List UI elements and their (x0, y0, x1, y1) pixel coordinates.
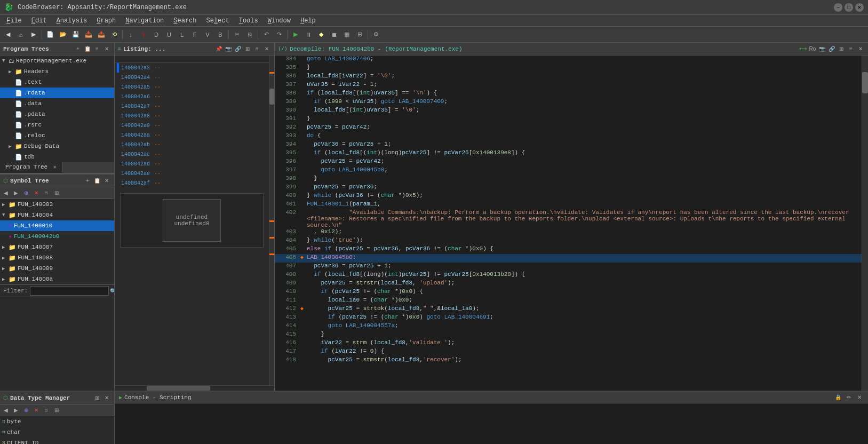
listing-hscrollbar[interactable] (115, 385, 274, 391)
analyze-button[interactable]: I (138, 29, 149, 41)
sym-fun1400042b0[interactable]: ⚡ FUN_1400042b0 (0, 231, 114, 242)
open-button[interactable]: 📂 (57, 29, 69, 41)
tool5[interactable]: L (176, 29, 188, 41)
debug5-button[interactable]: ▦ (341, 29, 353, 41)
dtm-byte[interactable]: ⌗ byte (0, 416, 114, 427)
code-lines[interactable]: 384 goto LAB_140007406; 385 } 386 local_… (275, 56, 862, 391)
listing-addr-6[interactable]: 1400042a9 ·· (115, 121, 269, 130)
listing-expand-btn[interactable]: ⊞ (243, 45, 252, 53)
menu-select[interactable]: Select (202, 16, 234, 26)
menu-window[interactable]: Window (264, 16, 295, 26)
menu-file[interactable]: File (2, 16, 26, 26)
cut-button[interactable]: ✂ (231, 29, 243, 41)
code-scrollbar[interactable] (862, 56, 868, 391)
dtm-ref-btn[interactable]: ⊞ (52, 406, 61, 415)
sym-import-btn[interactable]: ⊕ (21, 188, 31, 198)
symbol-tree-close[interactable]: ✕ (102, 177, 111, 185)
tab-program-tree-close[interactable]: ✕ (53, 164, 57, 170)
debug2-button[interactable]: ⏸ (302, 29, 314, 41)
tab-program-tree[interactable]: Program Tree ✕ (0, 162, 62, 173)
tree-rdata[interactable]: 📄 .rdata (0, 88, 114, 98)
dtm-import-btn[interactable]: ⊕ (21, 406, 31, 415)
listing-link-btn[interactable]: 🔗 (234, 45, 242, 53)
disasm-button[interactable]: ↓ (125, 29, 137, 41)
tree-pdata[interactable]: 📄 .pdata (0, 109, 114, 120)
filter-input[interactable] (30, 286, 109, 296)
menu-tools[interactable]: Tools (235, 16, 262, 26)
console-close-btn[interactable]: ✕ (855, 393, 864, 402)
symbol-tree-add[interactable]: + (83, 177, 92, 185)
decompile-link-btn[interactable]: 🔗 (827, 45, 836, 53)
decompile-export-btn[interactable]: ⟷ (799, 45, 807, 53)
redo-button[interactable]: ↷ (273, 29, 285, 41)
menu-graph[interactable]: Graph (92, 16, 120, 26)
listing-addr-0[interactable]: 1400042a3 ·· (115, 63, 269, 73)
decompile-snap-btn[interactable]: Ro (808, 45, 817, 53)
sym-fun14000a[interactable]: ▶ 📁 FUN_14000a (0, 274, 114, 284)
listing-cam-btn[interactable]: 📷 (224, 45, 233, 53)
sym-fun140009[interactable]: ▶ 📁 FUN_140009 (0, 263, 114, 274)
sym-back-btn[interactable]: ◀ (1, 188, 11, 198)
dtm-char[interactable]: ⌗ char (0, 427, 114, 438)
listing-lines[interactable]: 1400042a3 ·· 1400042a4 ·· 1400042a5 ·· 1… (115, 56, 269, 385)
tree-headers[interactable]: ▶ 📁 Headers (0, 66, 114, 77)
close-button[interactable]: ✕ (855, 3, 864, 12)
symbol-tree-collapse[interactable]: 📋 (93, 177, 101, 185)
debug4-button[interactable]: ⏹ (328, 29, 340, 41)
listing-addr-11[interactable]: 1400042ae ·· (115, 169, 269, 178)
dtm-expand-btn[interactable]: ⊞ (93, 394, 101, 402)
debug3-button[interactable]: ◆ (315, 29, 327, 41)
tree-tdb[interactable]: 📄 tdb (0, 152, 114, 162)
forward-button[interactable]: ▶ (28, 29, 39, 41)
program-trees-menu[interactable]: ≡ (93, 45, 101, 53)
menu-edit[interactable]: Edit (27, 16, 51, 26)
tool8[interactable]: B (214, 29, 226, 41)
dtm-delete-btn[interactable]: ✕ (31, 406, 41, 415)
decompile-button[interactable]: D (150, 29, 162, 41)
back-button[interactable]: ◀ (2, 29, 14, 41)
tree-debugdata[interactable]: ▶ 📁 Debug Data (0, 141, 114, 152)
program-trees-close[interactable]: ✕ (102, 45, 111, 53)
listing-close-btn[interactable]: ✕ (262, 45, 271, 53)
dtm-back-btn[interactable]: ◀ (1, 406, 11, 415)
listing-addr-9[interactable]: 1400042ac ·· (115, 149, 269, 159)
sym-fwd-btn[interactable]: ▶ (11, 188, 21, 198)
menu-search[interactable]: Search (169, 16, 201, 26)
decompile-cam-btn[interactable]: 📷 (818, 45, 826, 53)
listing-menu-btn[interactable]: ≡ (253, 45, 261, 53)
sym-fun140004[interactable]: ▼ 📁 FUN_140004 (0, 210, 114, 220)
program-trees-add[interactable]: + (74, 45, 82, 53)
dtm-list-btn[interactable]: ≡ (42, 406, 51, 415)
decompile-expand-btn[interactable]: ⊞ (837, 45, 846, 53)
decompile-close-btn[interactable]: ✕ (856, 45, 865, 53)
listing-addr-8[interactable]: 1400042ab ·· (115, 140, 269, 149)
tree-rsrc[interactable]: 📄 .rsrc (0, 120, 114, 130)
debug-button[interactable]: ▶ (290, 29, 301, 41)
listing-addr-1[interactable]: 1400042a4 ·· (115, 73, 269, 82)
listing-snap-btn[interactable]: 📌 (214, 45, 223, 53)
copy-button[interactable]: ⎘ (244, 29, 256, 41)
settings-button[interactable]: ⚙ (370, 29, 382, 41)
dtm-fwd-btn[interactable]: ▶ (11, 406, 21, 415)
menu-navigation[interactable]: Navigation (121, 16, 168, 26)
maximize-button[interactable]: □ (845, 3, 853, 12)
sym-fun1400010[interactable]: ⚡ FUN_1400010 (0, 220, 114, 231)
import-button[interactable]: 📥 (83, 29, 94, 41)
listing-scrollbar[interactable] (269, 56, 274, 385)
tree-data[interactable]: 📄 .data (0, 98, 114, 109)
program-tree-area[interactable]: ▼ 🗂 ReportManagement.exe ▶ 📁 Headers 📄 .… (0, 56, 114, 162)
menu-analysis[interactable]: Analysis (52, 16, 92, 26)
sym-list-btn[interactable]: ≡ (42, 188, 51, 198)
export-button[interactable]: 📤 (95, 29, 107, 41)
tree-reloc[interactable]: 📄 .reloc (0, 130, 114, 141)
tool4[interactable]: U (163, 29, 175, 41)
undo2-button[interactable]: ↶ (260, 29, 272, 41)
console-lock-btn[interactable]: 🔒 (834, 393, 842, 402)
dtm-tree-area[interactable]: ⌗ byte ⌗ char S CLIENT_ID ⌗ dword ⌗ GUID… (0, 416, 114, 444)
symbol-tree-area[interactable]: ▶ 📁 FUN_140003 ▼ 📁 FUN_140004 ⚡ FUN_1400… (0, 199, 114, 284)
undo-button[interactable]: ⟲ (108, 29, 120, 41)
console-edit-btn[interactable]: ✏ (845, 393, 853, 402)
dtm-close-btn[interactable]: ✕ (102, 394, 111, 402)
listing-addr-5[interactable]: 1400042a8 ·· (115, 111, 269, 121)
tree-text[interactable]: 📄 .text (0, 77, 114, 88)
